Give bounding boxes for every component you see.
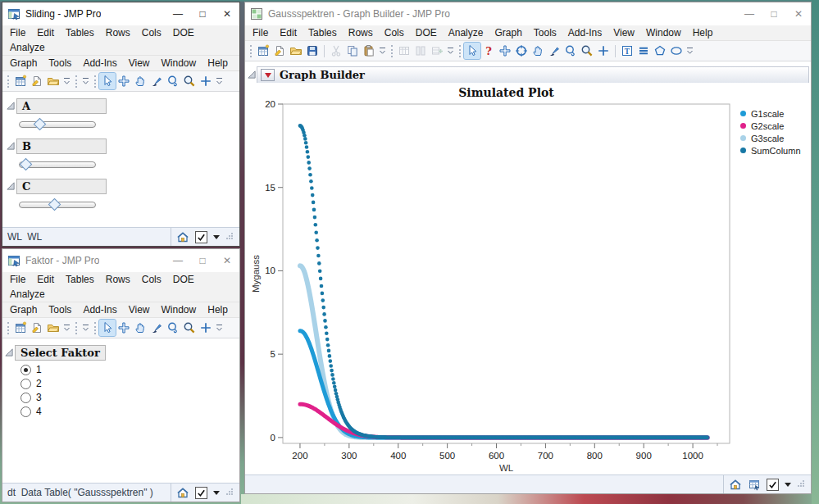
save-session-icon[interactable]: [29, 320, 45, 336]
radio-button[interactable]: [20, 393, 31, 403]
menu-item-file[interactable]: File: [4, 272, 31, 287]
brush-tool-icon[interactable]: [148, 320, 165, 336]
dropdown-arrow-icon[interactable]: [213, 491, 220, 495]
titlebar-faktor[interactable]: Faktor - JMP Pro — □ ✕: [2, 249, 239, 272]
menu-item-file[interactable]: File: [4, 25, 31, 40]
toolbar-overflow-icon[interactable]: [63, 75, 71, 89]
menu-item-edit[interactable]: Edit: [31, 25, 60, 40]
crosshair-plus-icon[interactable]: [595, 43, 612, 59]
slider-c[interactable]: [19, 199, 96, 210]
lasso-zoom-icon[interactable]: [562, 43, 579, 59]
dropdown-arrow-icon[interactable]: [785, 483, 791, 487]
menu-item-window[interactable]: Window: [640, 25, 687, 40]
disclosure-triangle-icon[interactable]: [6, 139, 16, 154]
slider-thumb[interactable]: [19, 158, 32, 171]
move-tool-icon[interactable]: [497, 43, 513, 59]
move-tool-icon[interactable]: [116, 320, 132, 336]
maximize-button[interactable]: □: [190, 2, 215, 25]
slider-thumb[interactable]: [48, 198, 61, 211]
menu-item-doe[interactable]: DOE: [167, 25, 200, 40]
legend-item-g3scale[interactable]: G3scale: [740, 132, 801, 144]
disclosure-triangle-icon[interactable]: [6, 179, 16, 194]
faktor-option-3[interactable]: 3: [20, 392, 239, 403]
radio-button[interactable]: [20, 365, 31, 375]
toolbar-gripper[interactable]: [94, 75, 96, 88]
magnifier-icon[interactable]: [579, 43, 595, 59]
hand-tool-icon[interactable]: [132, 73, 148, 89]
menu-item-edit[interactable]: Edit: [31, 272, 60, 287]
menu-item-rows[interactable]: Rows: [100, 272, 136, 287]
toolbar-overflow-icon[interactable]: [686, 44, 694, 59]
menu-item-doe[interactable]: DOE: [167, 272, 200, 287]
menu-item-help[interactable]: Help: [687, 25, 719, 40]
menu-item-help[interactable]: Help: [202, 302, 234, 317]
menu-item-rows[interactable]: Rows: [100, 25, 136, 40]
home-icon[interactable]: [729, 478, 742, 491]
checkbox[interactable]: [767, 479, 779, 491]
dropdown-arrow-icon[interactable]: [213, 235, 220, 239]
disclosure-triangle-icon[interactable]: [6, 99, 16, 114]
menu-item-cols[interactable]: Cols: [136, 272, 167, 287]
menu-item-edit[interactable]: Edit: [274, 25, 303, 40]
toolbar-overflow-icon[interactable]: [216, 75, 223, 89]
titlebar-sliding[interactable]: Sliding - JMP Pro — □ ✕: [2, 2, 239, 25]
menu-item-help[interactable]: Help: [202, 56, 234, 70]
legend-item-g1scale[interactable]: G1scale: [740, 107, 801, 120]
crosshair-plus-icon[interactable]: [198, 73, 214, 89]
toolbar-overflow-icon[interactable]: [379, 44, 386, 59]
select-arrow-icon[interactable]: [464, 43, 480, 59]
help-tool-icon[interactable]: ?: [480, 43, 497, 59]
lasso-zoom-icon[interactable]: [165, 73, 181, 89]
table-small-icon[interactable]: [748, 478, 761, 491]
legend-item-sumcolumn[interactable]: SumColumn: [740, 144, 801, 157]
save-disk-icon[interactable]: [304, 43, 321, 59]
menu-item-analyze[interactable]: Analyze: [443, 25, 489, 40]
polygon-tool-icon[interactable]: [652, 43, 668, 59]
disclosure-triangle-icon[interactable]: [247, 68, 257, 83]
brush-tool-icon[interactable]: [546, 43, 562, 59]
menu-item-view[interactable]: View: [123, 302, 156, 317]
menu-item-graph[interactable]: Graph: [4, 56, 43, 70]
select-arrow-icon[interactable]: [99, 73, 116, 89]
lasso-zoom-icon[interactable]: [165, 320, 181, 336]
toolbar-gripper[interactable]: [391, 45, 393, 57]
save-session-icon[interactable]: [271, 43, 288, 59]
menu-item-tools[interactable]: Tools: [43, 56, 77, 70]
menu-item-view[interactable]: View: [123, 56, 156, 70]
radio-button[interactable]: [20, 406, 31, 417]
toolbar-gripper[interactable]: [94, 322, 96, 334]
menu-item-view[interactable]: View: [607, 25, 640, 40]
titlebar-graph[interactable]: Gaussspektren - Graph Builder - JMP Pro …: [245, 2, 811, 25]
slider-a[interactable]: [19, 119, 96, 129]
move-tool-icon[interactable]: [116, 73, 132, 89]
legend-item-g2scale[interactable]: G2scale: [740, 120, 801, 132]
faktor-option-4[interactable]: 4: [20, 406, 239, 417]
checkbox[interactable]: [195, 487, 207, 499]
menu-item-cols[interactable]: Cols: [136, 25, 167, 40]
menu-item-addins[interactable]: Add-Ins: [77, 302, 122, 317]
toolbar-overflow-icon[interactable]: [82, 321, 89, 336]
lines-tool-icon[interactable]: [635, 43, 652, 59]
slider-thumb[interactable]: [34, 118, 47, 131]
red-triangle-menu-icon[interactable]: [261, 69, 275, 81]
crosshair-plus-icon[interactable]: [198, 320, 214, 336]
new-table-icon[interactable]: [12, 320, 29, 336]
open-folder-icon[interactable]: [288, 43, 304, 59]
resize-grip-icon[interactable]: [225, 487, 234, 498]
minimize-button[interactable]: —: [737, 2, 762, 25]
text-tool-icon[interactable]: T: [619, 43, 635, 59]
menu-item-analyze[interactable]: Analyze: [4, 287, 51, 302]
toolbar-overflow-icon[interactable]: [216, 321, 223, 336]
target-tool-icon[interactable]: [513, 43, 530, 59]
menu-item-rows[interactable]: Rows: [343, 25, 379, 40]
close-button[interactable]: ✕: [215, 2, 239, 25]
close-button[interactable]: ✕: [215, 249, 239, 272]
maximize-button[interactable]: □: [190, 249, 215, 272]
resize-grip-icon[interactable]: [225, 231, 234, 243]
checkbox[interactable]: [195, 231, 207, 243]
magnifier-icon[interactable]: [181, 73, 198, 89]
oval-tool-icon[interactable]: [668, 43, 685, 59]
toolbar-overflow-icon[interactable]: [63, 321, 71, 336]
maximize-button[interactable]: □: [762, 2, 786, 25]
paste-tool-icon[interactable]: [361, 43, 377, 59]
